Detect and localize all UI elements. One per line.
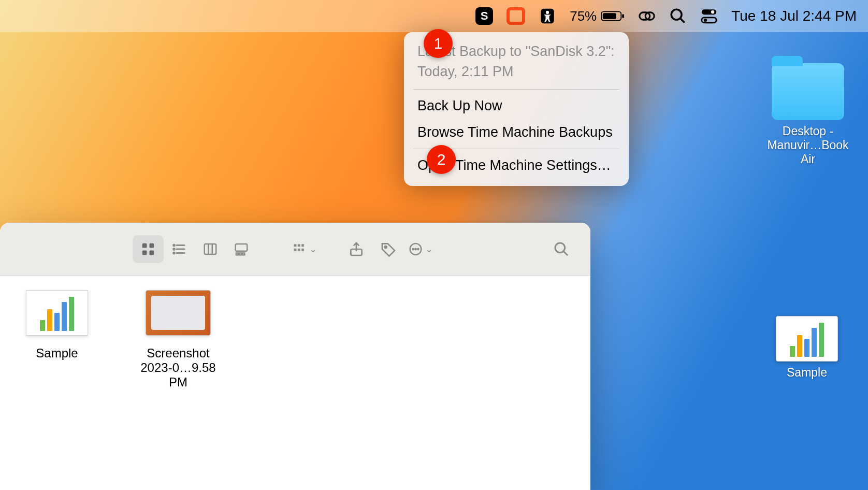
svg-rect-22 [236, 253, 238, 255]
spotlight-icon[interactable] [669, 7, 687, 25]
svg-rect-13 [142, 243, 147, 248]
svg-point-36 [417, 248, 418, 249]
annotation-step-1: 1 [424, 29, 453, 58]
svg-point-8 [671, 9, 682, 20]
chevron-down-icon: ⌄ [425, 243, 433, 255]
slack-icon[interactable]: S [475, 7, 493, 25]
view-column-button[interactable] [195, 235, 226, 263]
menubar: S 75% T [0, 0, 868, 32]
svg-point-34 [412, 248, 413, 249]
file-thumb-icon [776, 316, 838, 362]
svg-point-2 [546, 11, 549, 14]
screenshot-thumb-icon [146, 290, 211, 336]
svg-rect-25 [294, 244, 297, 247]
control-center-icon[interactable] [700, 7, 718, 25]
accessibility-icon[interactable] [539, 7, 556, 25]
svg-rect-23 [239, 253, 241, 255]
svg-rect-27 [301, 244, 304, 247]
slack-icon-label: S [481, 9, 488, 23]
time-machine-menu-icon[interactable] [507, 7, 525, 25]
finder-item-label: Sample [10, 346, 104, 361]
svg-rect-14 [150, 243, 154, 248]
finder-body: Sample Screenshot 2023-0…9.58 PM [0, 276, 590, 404]
svg-point-11 [711, 10, 714, 13]
menu-item-backup-now[interactable]: Back Up Now [404, 93, 629, 119]
finder-item-label: Screenshot 2023-0…9.58 PM [132, 346, 225, 390]
annotation-step-1-label: 1 [434, 35, 443, 52]
svg-rect-20 [205, 244, 216, 254]
view-icon-button[interactable] [133, 235, 164, 263]
handoff-icon[interactable] [638, 7, 656, 25]
svg-rect-29 [298, 248, 300, 251]
clock[interactable]: Tue 18 Jul 2:44 PM [731, 8, 857, 24]
finder-item-sample[interactable]: Sample [10, 290, 104, 390]
menu-divider [413, 89, 619, 90]
svg-rect-15 [142, 250, 147, 255]
menu-item-browse-backups-label: Browse Time Machine Backups [417, 124, 615, 140]
svg-rect-16 [150, 250, 154, 255]
svg-point-19 [173, 252, 175, 254]
svg-rect-4 [622, 14, 624, 18]
file-thumb-icon [26, 290, 88, 336]
svg-rect-26 [298, 244, 300, 247]
search-button[interactable] [549, 237, 574, 262]
svg-rect-5 [603, 13, 616, 19]
chevron-down-icon: ⌄ [309, 243, 317, 255]
folder-icon [772, 63, 844, 120]
tag-button[interactable] [376, 237, 401, 262]
group-by-button[interactable]: ⌄ [292, 237, 317, 262]
desktop-folder-label: Desktop - Manuvir…Book Air [766, 124, 849, 166]
svg-point-37 [555, 243, 565, 253]
annotation-step-2: 2 [427, 145, 456, 174]
svg-point-17 [173, 244, 175, 246]
battery-percent-label: 75% [570, 8, 597, 24]
finder-window: ⌄ ⌄ Sample Screenshot 20 [0, 223, 590, 490]
svg-point-18 [173, 248, 175, 250]
view-mode-segment [133, 235, 257, 263]
view-list-button[interactable] [164, 235, 195, 263]
svg-rect-21 [236, 244, 248, 251]
finder-item-screenshot[interactable]: Screenshot 2023-0…9.58 PM [132, 290, 225, 390]
annotation-step-2-label: 2 [437, 151, 446, 168]
svg-point-32 [385, 246, 387, 248]
finder-toolbar: ⌄ ⌄ [0, 223, 590, 276]
svg-point-35 [415, 248, 416, 249]
svg-rect-24 [243, 253, 245, 255]
share-button[interactable] [344, 237, 369, 262]
desktop-file-sample[interactable]: Sample [765, 316, 848, 380]
action-button[interactable]: ⌄ [408, 237, 433, 262]
latest-backup-line2: Today, 2:11 PM [417, 62, 615, 82]
menu-item-browse-backups[interactable]: Browse Time Machine Backups [404, 119, 629, 146]
view-gallery-button[interactable] [226, 235, 257, 263]
svg-rect-28 [294, 248, 297, 251]
svg-point-12 [704, 19, 707, 22]
desktop-folder[interactable]: Desktop - Manuvir…Book Air [766, 63, 849, 166]
battery-status[interactable]: 75% [570, 8, 625, 24]
desktop-file-sample-label: Sample [765, 366, 848, 380]
svg-rect-30 [301, 248, 304, 251]
